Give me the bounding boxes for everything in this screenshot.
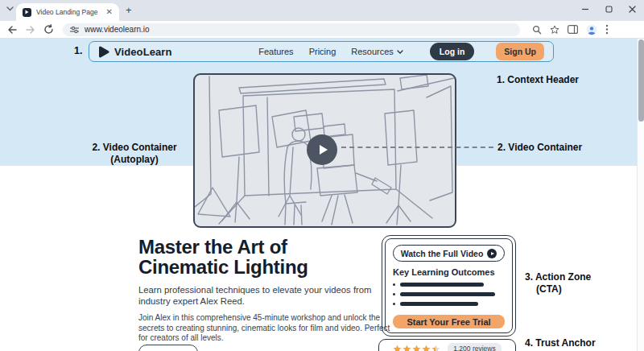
tab-favicon-play-icon xyxy=(23,8,31,17)
address-bar[interactable]: www.videolearn.io xyxy=(63,23,520,36)
annotation-video-left: 2. Video Container (Autoplay) xyxy=(84,142,185,166)
signup-button[interactable]: Sign Up xyxy=(496,43,544,60)
forward-icon[interactable] xyxy=(25,25,36,35)
annotation-video-right: 2. Video Container xyxy=(497,142,582,154)
play-button[interactable] xyxy=(307,134,337,165)
watch-full-video-button[interactable]: Watch the Full Video xyxy=(393,245,505,262)
star-icon xyxy=(412,345,421,351)
annotation-header-marker: 1. xyxy=(74,45,82,57)
partial-cta-button[interactable] xyxy=(138,345,198,351)
key-learning-outcomes-title: Key Learning Outcomes xyxy=(393,267,505,277)
star-icon xyxy=(393,345,402,351)
scrollbar-thumb[interactable] xyxy=(638,39,644,122)
tab-title: Video Landing Page xyxy=(36,8,101,16)
callout-dashed-line xyxy=(341,147,493,148)
outcome-item xyxy=(393,283,505,287)
tab-close-icon[interactable]: ✕ xyxy=(106,8,113,16)
outcome-skeleton-bar xyxy=(400,292,495,296)
browser-tab[interactable]: Video Landing Page ✕ xyxy=(16,3,119,21)
tab-search-chevron-icon[interactable] xyxy=(6,6,14,11)
nav-resources[interactable]: Resources xyxy=(351,47,403,56)
star-icon xyxy=(402,345,411,351)
nav-pricing[interactable]: Pricing xyxy=(309,47,336,56)
bullet-dot-icon xyxy=(393,303,395,305)
outcome-item xyxy=(393,302,505,306)
outcome-item xyxy=(393,292,505,296)
trust-anchor: 1,200 reviews xyxy=(378,339,516,351)
browser-toolbar: www.videolearn.io xyxy=(0,21,644,39)
login-button[interactable]: Log in xyxy=(430,43,475,60)
start-free-trial-button[interactable]: Start Your Free Trial xyxy=(393,315,505,328)
action-zone-card: Watch the Full Video Key Learning Outcom… xyxy=(385,238,513,333)
menu-kebab-icon[interactable] xyxy=(605,24,609,35)
hero-section: Master the Art of Cinematic Lighting Lea… xyxy=(138,237,398,344)
hero-subtitle: Learn professional techniques to elevate… xyxy=(138,284,390,307)
nav-features[interactable]: Features xyxy=(258,47,293,56)
profile-avatar-icon[interactable] xyxy=(586,24,597,35)
hero-description: Join Alex in this comprehensive 45-minut… xyxy=(138,313,396,344)
bookmark-star-icon[interactable] xyxy=(550,25,559,35)
side-panel-icon[interactable] xyxy=(568,25,578,34)
outcome-skeleton-bar xyxy=(400,302,478,306)
annotation-action-zone: 3. Action Zone (CTA) xyxy=(525,271,591,295)
star-rating xyxy=(393,345,440,351)
browser-tabstrip: Video Landing Page ✕ + xyxy=(0,0,644,21)
chevron-down-icon xyxy=(397,50,403,54)
url-text[interactable]: www.videolearn.io xyxy=(85,25,150,34)
bullet-dot-icon xyxy=(393,293,395,295)
small-play-icon xyxy=(487,249,497,258)
play-triangle-icon xyxy=(320,145,328,155)
reviews-count-badge: 1,200 reviews xyxy=(448,343,501,351)
action-zone: Watch the Full Video Key Learning Outcom… xyxy=(382,235,516,337)
page-scrollbar[interactable] xyxy=(637,39,644,351)
refresh-icon[interactable] xyxy=(43,24,54,35)
window-maximize-icon[interactable] xyxy=(605,6,613,13)
zoom-icon[interactable] xyxy=(532,25,542,35)
annotation-context-header: 1. Context Header xyxy=(497,74,579,86)
site-settings-tune-icon[interactable] xyxy=(70,26,79,34)
bullet-dot-icon xyxy=(393,283,395,286)
window-close-icon[interactable] xyxy=(629,6,636,13)
page-content: 1. VideoLearn Features Pricing Resources… xyxy=(0,39,644,351)
star-half-icon xyxy=(431,345,440,351)
annotation-trust-anchor: 4. Trust Anchor xyxy=(525,337,596,349)
brand-play-logo-icon xyxy=(98,46,109,58)
star-icon xyxy=(422,345,431,351)
new-tab-icon[interactable]: + xyxy=(126,5,132,15)
page-title: Master the Art of Cinematic Lighting xyxy=(138,237,398,277)
outcome-skeleton-bar xyxy=(400,283,484,287)
back-icon[interactable] xyxy=(6,25,18,35)
video-container[interactable] xyxy=(193,73,456,228)
brand-name: VideoLearn xyxy=(114,46,172,58)
site-header: VideoLearn Features Pricing Resources Lo… xyxy=(89,41,554,62)
brand[interactable]: VideoLearn xyxy=(98,46,172,58)
window-minimize-icon[interactable] xyxy=(581,5,589,13)
